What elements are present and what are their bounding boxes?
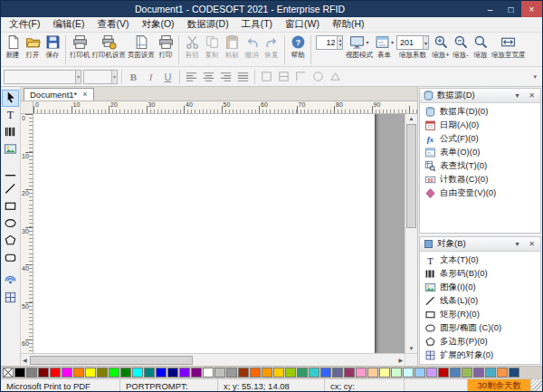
panel-menu-icon[interactable]: ▾ [511,90,523,101]
resize-grip[interactable] [531,379,542,392]
color-swatch[interactable] [414,368,425,378]
zoom-width-button[interactable]: 缩放至宽度 [491,33,527,61]
color-swatch[interactable] [73,368,84,378]
color-swatch[interactable] [238,368,249,378]
color-swatch[interactable] [273,368,284,378]
format-option-button[interactable] [293,69,309,84]
color-swatch[interactable] [156,368,167,378]
rectangle-tool[interactable] [2,198,19,215]
bold-button[interactable]: B [126,69,141,84]
datasource-item-form[interactable]: 表单(O)(0) [420,146,540,159]
color-swatch[interactable] [356,368,367,378]
menu-item[interactable]: 编辑(E) [46,17,90,32]
color-swatch[interactable] [179,368,190,378]
printer-button[interactable]: 打印机 [69,33,91,61]
cut-button[interactable]: 剪切 [182,33,202,61]
object-item-image[interactable]: 图像(I)(0) [420,281,540,294]
font-size-spinner[interactable]: 12▴▾ [316,33,343,50]
align-justify-button[interactable] [235,69,251,84]
color-swatch[interactable] [403,368,414,378]
oblique-line-tool[interactable] [2,181,19,198]
scroll-left-icon[interactable]: ◀ [21,355,29,365]
horizontal-scrollbar[interactable]: ◀ ▶ [21,354,405,366]
color-swatch[interactable] [203,368,214,378]
minimize-button[interactable]: – [480,1,500,17]
color-swatch[interactable] [332,368,343,378]
color-swatch[interactable] [320,368,331,378]
maximize-button[interactable]: □ [500,1,521,17]
datasource-item-date[interactable]: 日期(A)(0) [420,119,540,132]
menu-item[interactable]: 工具(T) [235,17,279,32]
zoom-out-button[interactable]: 缩放- [451,33,471,61]
align-left-button[interactable] [184,69,199,84]
color-swatch[interactable] [485,368,496,378]
color-swatch[interactable] [462,368,472,378]
color-swatch[interactable] [167,368,178,378]
object-item-extended[interactable]: 扩展的对象(0) [420,349,540,362]
panel-menu-icon[interactable]: ▾ [511,238,523,250]
object-item-polygon[interactable]: 多边形(P)(0) [420,335,540,349]
save-button[interactable]: 保存 [43,33,62,61]
font-family-select[interactable]: ▾ [4,70,81,84]
scroll-up-icon[interactable]: ▲ [407,114,416,123]
menu-item[interactable]: 文件(F) [3,17,46,32]
color-swatch[interactable] [297,368,308,378]
underline-button[interactable]: U [160,69,176,84]
undo-button[interactable]: 撤消 [242,33,262,61]
document-tab[interactable]: Document1* × [24,88,94,100]
paste-button[interactable]: 粘贴 [222,33,242,61]
line-tool[interactable] [2,164,19,181]
object-item-text[interactable]: T文本(T)(0) [420,253,540,267]
color-swatch[interactable] [438,368,449,378]
copy-button[interactable]: 复制 [202,33,222,61]
color-swatch[interactable] [132,368,143,378]
align-right-button[interactable] [218,69,233,84]
panel-close-icon[interactable]: ✕ [526,90,538,101]
align-center-button[interactable] [201,69,216,84]
text-tool[interactable]: T [2,107,19,124]
italic-button[interactable]: I [143,69,158,84]
color-swatch[interactable] [26,368,37,378]
color-swatch[interactable] [426,368,437,378]
color-swatch[interactable] [38,368,49,378]
color-swatch[interactable] [191,368,202,378]
datasource-item-counter[interactable]: 00计数器(C)(0) [420,173,540,186]
object-item-barcode[interactable]: 条形码(B)(0) [420,267,540,281]
color-swatch[interactable] [109,368,119,378]
menu-item[interactable]: 查看(V) [90,17,135,32]
color-swatch-none[interactable] [3,368,14,378]
select-tool[interactable] [2,90,19,107]
color-swatch[interactable] [62,368,72,378]
image-tool[interactable] [2,141,19,158]
datasource-item-formula[interactable]: fx公式(F)(0) [420,132,540,146]
toolbar-overflow-icon[interactable]: ▾ [533,73,539,81]
object-item-rectangle[interactable]: 矩形(R)(0) [420,308,540,321]
form-button[interactable]: ▾表单 [374,33,395,61]
datasource-item-lookup[interactable]: 表查找(T)(0) [420,159,540,173]
menu-item[interactable]: 窗口(W) [279,17,326,32]
menu-item[interactable]: 帮助(H) [326,17,371,32]
zoom-button[interactable]: 缩放 [471,33,491,61]
zoom-factor-combo[interactable]: 201▾缩放系数 [396,33,429,60]
format-option-button[interactable] [310,69,326,84]
color-swatch[interactable] [344,368,355,378]
scroll-right-icon[interactable]: ▶ [396,355,405,365]
rfid-tool[interactable] [2,272,19,290]
color-swatch[interactable] [50,368,61,378]
color-swatch[interactable] [97,368,108,378]
color-swatch[interactable] [285,368,296,378]
font-size-select[interactable]: ▾ [83,70,118,84]
printer-setup-button[interactable]: 打印机设置 [91,33,128,61]
color-swatch[interactable] [473,368,484,378]
color-swatch[interactable] [226,368,237,378]
help-button[interactable]: ?帮助 [288,33,308,61]
color-swatch[interactable] [367,368,378,378]
color-swatch[interactable] [509,368,519,378]
ellipse-tool[interactable] [2,215,19,233]
spinner-arrows-icon[interactable]: ▴▾ [337,36,342,49]
color-swatch[interactable] [85,368,96,378]
label-canvas[interactable] [33,114,376,353]
zoom-in-button[interactable]: 缩放+ [431,33,451,61]
color-swatch[interactable] [497,368,508,378]
color-swatch[interactable] [379,368,390,378]
